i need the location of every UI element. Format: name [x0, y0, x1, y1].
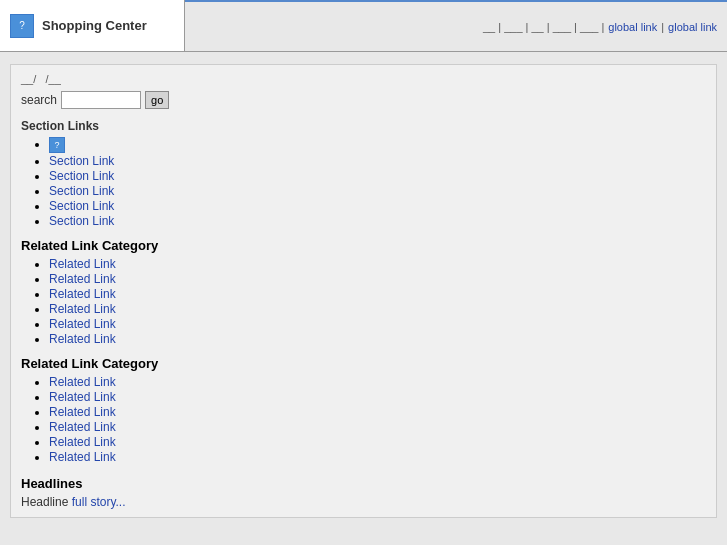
- list-item: Related Link: [49, 272, 706, 286]
- section-link-3[interactable]: Section Link: [49, 184, 114, 198]
- related-link-1-2[interactable]: Related Link: [49, 272, 116, 286]
- list-item: Section Link: [49, 169, 706, 183]
- breadcrumb-text: __/ /__: [21, 73, 61, 85]
- section-links-heading: Section Links: [21, 119, 706, 133]
- list-item: Section Link: [49, 184, 706, 198]
- list-item: Related Link: [49, 332, 706, 346]
- logo-area: ? Shopping Center: [0, 0, 185, 51]
- search-button[interactable]: go: [145, 91, 169, 109]
- list-item: Section Link: [49, 154, 706, 168]
- related-category-1-heading: Related Link Category: [21, 238, 706, 253]
- site-header: ? Shopping Center __ | ___ | __ | ___ | …: [0, 0, 727, 52]
- related-link-1-6[interactable]: Related Link: [49, 332, 116, 346]
- headline-label: Headline: [21, 495, 68, 509]
- related-category-2: Related Link Category Related Link Relat…: [21, 356, 706, 464]
- list-item: Related Link: [49, 420, 706, 434]
- list-item: Related Link: [49, 390, 706, 404]
- related-link-2-1[interactable]: Related Link: [49, 375, 116, 389]
- related-link-2-5[interactable]: Related Link: [49, 435, 116, 449]
- related-link-1-1[interactable]: Related Link: [49, 257, 116, 271]
- section-links-area: Section Links ? Section Link Section Lin…: [21, 119, 706, 228]
- related-category-2-heading: Related Link Category: [21, 356, 706, 371]
- related-link-1-3[interactable]: Related Link: [49, 287, 116, 301]
- list-item: Section Link: [49, 199, 706, 213]
- main-content: __/ /__ search go Section Links ? Sectio…: [0, 52, 727, 526]
- related-link-2-6[interactable]: Related Link: [49, 450, 116, 464]
- list-item: Related Link: [49, 287, 706, 301]
- related-link-2-2[interactable]: Related Link: [49, 390, 116, 404]
- site-title: Shopping Center: [42, 18, 147, 33]
- full-story-link[interactable]: full story...: [72, 495, 126, 509]
- section-link-1[interactable]: Section Link: [49, 154, 114, 168]
- content-wrapper: __/ /__ search go Section Links ? Sectio…: [10, 64, 717, 518]
- search-input[interactable]: [61, 91, 141, 109]
- related-category-1: Related Link Category Related Link Relat…: [21, 238, 706, 346]
- section-links-list: ? Section Link Section Link Section Link…: [49, 137, 706, 228]
- list-item: Related Link: [49, 317, 706, 331]
- list-item: Related Link: [49, 257, 706, 271]
- section-link-2[interactable]: Section Link: [49, 169, 114, 183]
- logo-icon: ?: [10, 14, 34, 38]
- section-link-5[interactable]: Section Link: [49, 214, 114, 228]
- breadcrumb: __/ /__: [21, 73, 706, 85]
- search-bar: search go: [21, 91, 706, 109]
- header-nav: __ | ___ | __ | ___ | ___ | global link …: [185, 0, 727, 51]
- related-link-1-4[interactable]: Related Link: [49, 302, 116, 316]
- nav-placeholder-1: __ | ___ | __ | ___ | ___ |: [483, 21, 604, 33]
- search-label: search: [21, 93, 57, 107]
- list-item: Related Link: [49, 450, 706, 464]
- section-link-4[interactable]: Section Link: [49, 199, 114, 213]
- section-icon: ?: [49, 137, 65, 153]
- related-links-list-2: Related Link Related Link Related Link R…: [49, 375, 706, 464]
- list-item: Related Link: [49, 302, 706, 316]
- related-links-list-1: Related Link Related Link Related Link R…: [49, 257, 706, 346]
- related-link-2-4[interactable]: Related Link: [49, 420, 116, 434]
- nav-sep-1: |: [661, 21, 664, 33]
- headlines-section: Headlines Headline full story...: [21, 476, 706, 509]
- list-item: ?: [49, 137, 706, 153]
- list-item: Related Link: [49, 375, 706, 389]
- related-link-2-3[interactable]: Related Link: [49, 405, 116, 419]
- related-link-1-5[interactable]: Related Link: [49, 317, 116, 331]
- list-item: Section Link: [49, 214, 706, 228]
- list-item: Related Link: [49, 435, 706, 449]
- list-item: Related Link: [49, 405, 706, 419]
- global-link-2[interactable]: global link: [668, 21, 717, 33]
- global-link-1[interactable]: global link: [608, 21, 657, 33]
- headline-item: Headline full story...: [21, 495, 706, 509]
- headlines-heading: Headlines: [21, 476, 706, 491]
